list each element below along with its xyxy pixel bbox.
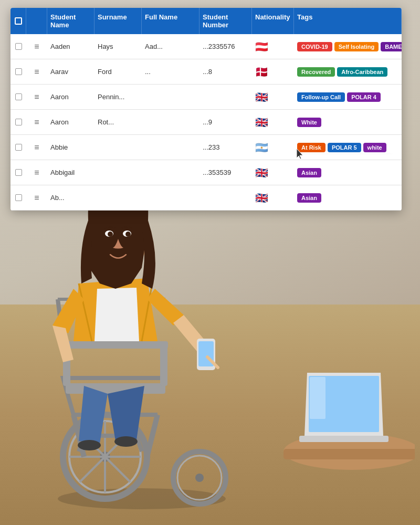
table-row: ≡ Aaden Hays Aad... ...2335576 🇦🇹 COVID-…	[10, 34, 402, 59]
full-name-cell	[142, 94, 200, 100]
student-name-cell: Aaron	[47, 115, 94, 129]
row-menu-icon[interactable]: ≡	[26, 114, 47, 130]
student-name-cell: Aarav	[47, 65, 94, 79]
header-tags: Tags	[294, 8, 402, 34]
svg-point-26	[108, 232, 113, 237]
row-checkbox-cell[interactable]	[10, 40, 26, 53]
select-all-checkbox[interactable]	[15, 17, 22, 25]
row-6-checkbox[interactable]	[15, 169, 22, 176]
row-menu-icon[interactable]: ≡	[26, 89, 47, 105]
row-checkbox-cell[interactable]	[10, 166, 26, 179]
surname-cell	[94, 195, 142, 201]
svg-rect-29	[284, 449, 415, 459]
tags-cell: White	[294, 116, 402, 129]
svg-point-27	[125, 232, 131, 237]
polar4-tag[interactable]: POLAR 4	[347, 92, 381, 102]
covid-tag[interactable]: COVID-19	[297, 42, 332, 51]
tags-cell: At Risk POLAR 5 white Student is at risk…	[294, 141, 402, 154]
header-student-name: Student Name	[47, 8, 94, 34]
student-table: Student Name Surname Full Name Student N…	[10, 8, 402, 211]
nationality-cell: 🇬🇧	[252, 163, 294, 182]
full-name-cell	[142, 195, 200, 201]
header-menu-col	[26, 8, 47, 34]
laptop-illustration	[268, 368, 415, 483]
row-7-checkbox[interactable]	[15, 194, 22, 201]
white-tag-2[interactable]: white	[363, 143, 386, 152]
row-2-checkbox[interactable]	[15, 68, 22, 75]
table-row: ≡ Aaron Pennin... 🇬🇧 Follow-up Call POLA…	[10, 85, 402, 110]
row-1-checkbox[interactable]	[15, 43, 22, 50]
student-number-cell: ...9	[200, 115, 252, 129]
tags-cell: Asian	[294, 191, 402, 205]
row-checkbox-cell[interactable]	[10, 191, 26, 204]
student-name-cell: Abbie	[47, 140, 94, 154]
svg-point-17	[78, 440, 101, 450]
tags-cell: Asian	[294, 166, 402, 180]
student-name-cell: Aaden	[47, 39, 94, 54]
tags-cell: Recovered Afro-Caribbean	[294, 65, 402, 79]
table-header: Student Name Surname Full Name Student N…	[10, 8, 402, 34]
row-4-checkbox[interactable]	[15, 119, 22, 125]
header-student-number: Student Number	[200, 8, 252, 34]
header-surname: Surname	[94, 8, 142, 34]
recovered-tag[interactable]: Recovered	[297, 67, 335, 77]
header-checkbox-cell[interactable]	[10, 8, 26, 34]
row-checkbox-cell[interactable]	[10, 116, 26, 129]
afro-caribbean-tag[interactable]: Afro-Caribbean	[337, 67, 387, 77]
student-number-cell: ...8	[200, 65, 252, 79]
table-row: ≡ Aarav Ford ... ...8 🇩🇰 Recovered Afro-…	[10, 59, 402, 85]
polar5-tag[interactable]: POLAR 5	[328, 143, 361, 152]
svg-rect-32	[310, 377, 326, 419]
nationality-cell: 🇦🇹	[252, 37, 294, 56]
row-menu-icon[interactable]: ≡	[26, 39, 47, 55]
student-number-cell	[200, 94, 252, 100]
row-checkbox-cell[interactable]	[10, 90, 26, 103]
row-3-checkbox[interactable]	[15, 93, 22, 100]
nationality-cell: 🇦🇷	[252, 138, 294, 157]
full-name-cell: ...	[142, 65, 200, 79]
bame-tag[interactable]: BAME	[381, 42, 402, 51]
full-name-cell	[142, 170, 200, 176]
cursor-pointer	[297, 149, 305, 161]
self-isolating-tag[interactable]: Self Isolating	[334, 42, 379, 51]
student-number-cell: ...2335576	[200, 39, 252, 54]
nationality-cell: 🇩🇰	[252, 62, 294, 81]
table-row: ≡ Ab... 🇬🇧 Asian	[10, 185, 402, 211]
row-5-checkbox[interactable]	[15, 144, 22, 151]
row-checkbox-cell[interactable]	[10, 65, 26, 78]
table-row: ≡ Aaron Rot... ...9 🇬🇧 White	[10, 110, 402, 135]
svg-rect-14	[63, 341, 168, 349]
nationality-cell: 🇬🇧	[252, 88, 294, 107]
student-name-cell: Abbigail	[47, 165, 94, 180]
table-row-abbie: ≡ Abbie ...233 🇦🇷 At Risk POLAR 5 white …	[10, 135, 402, 160]
full-name-cell	[142, 119, 200, 125]
tags-cell: Follow-up Call POLAR 4	[294, 90, 402, 104]
table-row: ≡ Abbigail ...353539 🇬🇧 Asian	[10, 160, 402, 185]
student-number-cell	[200, 195, 252, 201]
surname-cell	[94, 144, 142, 151]
nationality-cell: 🇬🇧	[252, 113, 294, 132]
row-menu-icon[interactable]: ≡	[26, 165, 47, 181]
nationality-cell: 🇬🇧	[252, 188, 294, 207]
student-number-cell: ...233	[200, 140, 252, 154]
surname-cell: Ford	[94, 65, 142, 79]
tags-cell: COVID-19 Self Isolating BAME	[294, 40, 402, 54]
row-checkbox-cell[interactable]	[10, 141, 26, 154]
full-name-cell: Aad...	[142, 39, 200, 54]
row-menu-icon[interactable]: ≡	[26, 190, 47, 206]
header-nationality: Nationality	[252, 8, 294, 34]
surname-cell: Hays	[94, 39, 142, 54]
student-number-cell: ...353539	[200, 165, 252, 180]
asian-tag-2[interactable]: Asian	[297, 193, 321, 203]
white-tag[interactable]: White	[297, 118, 321, 127]
surname-cell	[94, 170, 142, 176]
follow-up-tag[interactable]: Follow-up Call	[297, 92, 345, 102]
svg-point-10	[195, 474, 204, 482]
asian-tag[interactable]: Asian	[297, 168, 321, 177]
student-name-cell: Ab...	[47, 191, 94, 205]
row-menu-icon[interactable]: ≡	[26, 140, 47, 155]
full-name-cell	[142, 144, 200, 151]
student-name-cell: Aaron	[47, 90, 94, 104]
svg-rect-30	[299, 436, 388, 442]
row-menu-icon[interactable]: ≡	[26, 64, 47, 80]
